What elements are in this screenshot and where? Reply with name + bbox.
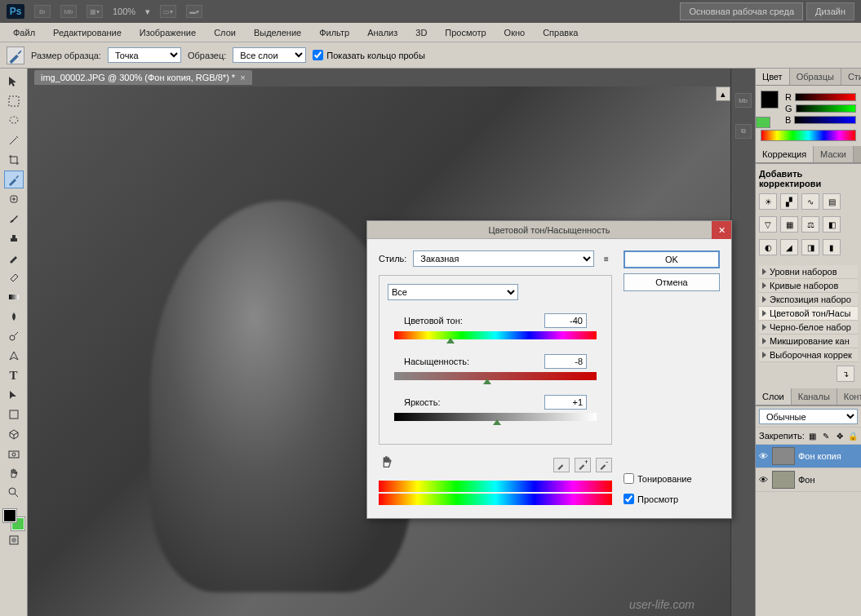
minibridge-button[interactable]: Mb xyxy=(60,5,77,18)
close-document-icon[interactable]: × xyxy=(240,73,245,82)
eyedropper-tool[interactable] xyxy=(4,171,24,188)
menu-image[interactable]: Изображение xyxy=(131,24,204,41)
stamp-tool[interactable] xyxy=(4,229,24,247)
zoom-tool[interactable] xyxy=(4,484,24,502)
dialog-title-bar[interactable]: Цветовой тон/Насыщенность ✕ xyxy=(367,221,731,239)
minibridge-icon[interactable]: Mb xyxy=(735,93,752,108)
workspace-design[interactable]: Дизайн xyxy=(806,2,854,20)
eraser-tool[interactable] xyxy=(4,268,24,286)
channel-mixer-icon[interactable]: ◢ xyxy=(780,239,798,255)
preset-hue[interactable]: Цветовой тон/Насы xyxy=(759,307,858,321)
lightness-slider-thumb[interactable] xyxy=(493,419,501,425)
saturation-value[interactable]: -8 xyxy=(544,354,587,369)
crop-tool[interactable] xyxy=(4,151,24,169)
camera-tool[interactable] xyxy=(4,445,24,463)
menu-3d[interactable]: 3D xyxy=(407,24,435,41)
menu-window[interactable]: Окно xyxy=(496,24,534,41)
3d-tool[interactable] xyxy=(4,425,24,443)
menu-file[interactable]: Файл xyxy=(5,24,43,41)
visibility-icon[interactable]: 👁 xyxy=(759,475,769,485)
preset-selective[interactable]: Выборочная коррек xyxy=(759,348,858,362)
foreground-background-colors[interactable] xyxy=(3,509,24,530)
dialog-close-button[interactable]: ✕ xyxy=(712,221,731,239)
preset-exposure[interactable]: Экспозиция наборо xyxy=(759,293,858,307)
preset-levels[interactable]: Уровни наборов xyxy=(759,265,858,279)
preset-mixer[interactable]: Микширование кан xyxy=(759,335,858,348)
history-brush-tool[interactable] xyxy=(4,249,24,267)
dodge-tool[interactable] xyxy=(4,327,24,345)
hue-value[interactable]: -40 xyxy=(544,313,587,328)
layer-thumbnail[interactable] xyxy=(772,471,795,489)
layer-thumbnail[interactable] xyxy=(772,447,795,465)
zoom-level[interactable]: 100% xyxy=(113,7,135,16)
swatches-tab[interactable]: Образцы xyxy=(790,69,841,85)
layer-row-background[interactable]: 👁 Фон xyxy=(756,468,861,492)
shape-tool[interactable] xyxy=(4,405,24,423)
saturation-slider[interactable] xyxy=(394,372,597,380)
foreground-color[interactable] xyxy=(3,509,16,522)
posterize-icon[interactable]: ▮ xyxy=(823,239,841,255)
current-tool-icon[interactable] xyxy=(7,47,24,64)
quick-mask-toggle[interactable] xyxy=(4,531,24,549)
blur-tool[interactable] xyxy=(4,308,24,326)
styles-tab[interactable]: Стил xyxy=(841,69,861,85)
paths-tab[interactable]: Конту xyxy=(837,388,861,405)
levels-icon[interactable]: ▞ xyxy=(780,193,798,210)
curves-icon[interactable]: ∿ xyxy=(801,193,819,210)
preset-menu-icon[interactable]: ≡ xyxy=(601,253,612,264)
brightness-icon[interactable]: ☀ xyxy=(759,193,777,210)
pen-tool[interactable] xyxy=(4,347,24,365)
menu-layer[interactable]: Слои xyxy=(206,24,244,41)
history-icon[interactable]: ⧉ xyxy=(735,124,752,139)
document-tab[interactable]: img_00002.JPG @ 300% (Фон копия, RGB/8*)… xyxy=(34,70,252,85)
photo-filter-icon[interactable]: ◐ xyxy=(759,239,777,255)
r-slider[interactable] xyxy=(795,93,856,101)
preview-checkbox[interactable] xyxy=(624,494,634,504)
lock-move-icon[interactable]: ✥ xyxy=(834,430,844,441)
workspace-essentials[interactable]: Основная рабочая среда xyxy=(680,2,803,20)
invert-icon[interactable]: ◨ xyxy=(801,239,819,255)
preset-select[interactable]: Заказная xyxy=(413,250,594,267)
visibility-icon[interactable]: 👁 xyxy=(759,451,769,461)
exposure-icon[interactable]: ▤ xyxy=(823,193,841,210)
hue-slider-thumb[interactable] xyxy=(446,338,455,343)
lock-pixels-icon[interactable]: ▦ xyxy=(808,430,818,441)
preset-bw[interactable]: Черно-белое набор xyxy=(759,321,858,335)
zoom-dropdown-icon[interactable]: ▾ xyxy=(145,7,150,17)
adjustments-tab[interactable]: Коррекция xyxy=(756,146,814,162)
scrubby-hand-icon[interactable] xyxy=(379,454,395,469)
color-tab[interactable]: Цвет xyxy=(756,69,790,85)
channels-tab[interactable]: Каналы xyxy=(792,388,837,405)
preset-curves[interactable]: Кривые наборов xyxy=(759,279,858,293)
brush-tool[interactable] xyxy=(4,210,24,228)
blend-mode-select[interactable]: Обычные xyxy=(759,409,858,424)
menu-edit[interactable]: Редактирование xyxy=(45,24,130,41)
arrange-docs-button[interactable]: ▦▾ xyxy=(87,5,103,18)
sample-size-select[interactable]: Точка xyxy=(108,47,181,63)
colorize-checkbox[interactable] xyxy=(624,473,634,484)
saturation-slider-thumb[interactable] xyxy=(483,379,491,384)
lasso-tool[interactable] xyxy=(4,112,24,130)
move-tool[interactable] xyxy=(4,73,24,91)
ok-button[interactable]: OK xyxy=(624,250,720,268)
eyedropper-minus-icon[interactable]: - xyxy=(596,458,612,472)
lightness-slider[interactable] xyxy=(394,413,597,421)
eyedropper-icon[interactable] xyxy=(553,458,570,472)
cancel-button[interactable]: Отмена xyxy=(624,273,720,291)
type-tool[interactable]: T xyxy=(4,366,24,384)
panel-background-swatch[interactable] xyxy=(756,117,770,128)
sample-select[interactable]: Все слои xyxy=(233,47,306,63)
color-ramp[interactable] xyxy=(761,130,856,141)
channel-select[interactable]: Все xyxy=(388,284,518,300)
marquee-tool[interactable] xyxy=(4,92,24,110)
hand-tool[interactable] xyxy=(4,464,24,482)
menu-analysis[interactable]: Анализ xyxy=(359,24,406,41)
panel-foreground-swatch[interactable] xyxy=(761,91,779,109)
panel-menu-icon[interactable]: ↴ xyxy=(837,366,854,382)
bw-icon[interactable]: ◧ xyxy=(823,216,841,233)
g-slider[interactable] xyxy=(796,104,856,113)
gradient-tool[interactable] xyxy=(4,288,24,306)
scroll-up-button[interactable]: ▴ xyxy=(716,86,730,101)
screen-mode-button[interactable]: ▭▾ xyxy=(160,5,176,18)
menu-help[interactable]: Справка xyxy=(535,24,586,41)
